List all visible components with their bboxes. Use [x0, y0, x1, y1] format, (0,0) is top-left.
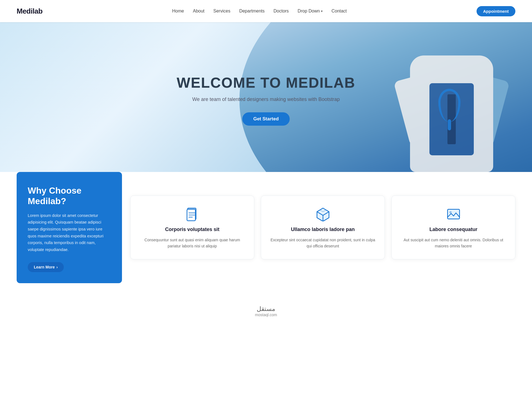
nav-link-departments[interactable]: Departments: [239, 9, 265, 13]
feature-2-title: Ullamco laboris ladore pan: [291, 226, 355, 233]
nav-link-contact[interactable]: Contact: [332, 9, 347, 13]
feature-1-description: Consequuntur sunt aut quasi enim aliquam…: [138, 237, 246, 249]
nav-item-home[interactable]: Home: [172, 9, 184, 14]
nav-item-contact[interactable]: Contact: [332, 9, 347, 14]
feature-3-title: Labore consequatur: [429, 226, 477, 233]
brand-logo[interactable]: Medilab: [17, 7, 42, 16]
get-started-button[interactable]: Get Started: [242, 112, 290, 126]
nav-links: Home About Services Departments Doctors …: [172, 9, 347, 14]
nav-link-home[interactable]: Home: [172, 9, 184, 13]
feature-2-description: Excepteur sint occaecat cupidatat non pr…: [269, 237, 377, 249]
nav-item-doctors[interactable]: Doctors: [273, 9, 289, 14]
hero-section: WELCOME TO MEDILAB We are team of talent…: [0, 22, 532, 178]
nav-link-about[interactable]: About: [193, 9, 205, 13]
why-choose-description: Lorem ipsum dolor sit amet consectetur a…: [28, 212, 111, 253]
feature-cards-container: Corporis voluptates sit Consequuntur sun…: [130, 172, 515, 283]
image-icon: [446, 207, 461, 221]
why-choose-heading: Why Choose Medilab?: [28, 185, 111, 207]
feature-card-3: Labore consequatur Aut suscipit aut cum …: [391, 196, 515, 259]
why-choose-content: Why Choose Medilab? Lorem ipsum dolor si…: [28, 185, 111, 262]
nav-item-departments[interactable]: Departments: [239, 9, 265, 14]
nav-dropdown[interactable]: Drop Down ▾: [298, 9, 323, 14]
svg-rect-12: [447, 209, 459, 219]
hero-title: WELCOME TO MEDILAB: [177, 74, 355, 91]
nav-link-dropdown[interactable]: Drop Down: [298, 9, 320, 14]
doctor-figure: [393, 28, 510, 172]
nav-link-services[interactable]: Services: [213, 9, 230, 13]
hero-subtitle: We are team of talented designers making…: [177, 97, 355, 102]
nav-link-doctors[interactable]: Doctors: [273, 9, 289, 13]
nav-item-dropdown[interactable]: Drop Down ▾: [298, 9, 323, 14]
chevron-down-icon: ▾: [321, 9, 323, 13]
why-choose-card: Why Choose Medilab? Lorem ipsum dolor si…: [17, 172, 122, 283]
arrow-right-icon: ›: [56, 265, 58, 269]
learn-more-label: Learn More: [34, 265, 55, 269]
cube-icon: [316, 207, 330, 221]
watermark-url: mostaql.com: [255, 313, 277, 317]
feature-1-title: Corporis voluptates sit: [165, 226, 219, 233]
nav-item-about[interactable]: About: [193, 9, 205, 14]
why-section: Why Choose Medilab? Lorem ipsum dolor si…: [0, 172, 532, 300]
feature-card-2: Ullamco laboris ladore pan Excepteur sin…: [261, 196, 385, 259]
watermark: مستقل mostaql.com: [0, 300, 532, 323]
navbar: Medilab Home About Services Departments …: [0, 0, 532, 22]
feature-3-description: Aut suscipit aut cum nemo deleniti aut o…: [399, 237, 507, 249]
svg-point-13: [449, 211, 452, 214]
document-icon: [185, 207, 200, 221]
watermark-arabic: مستقل: [6, 305, 526, 313]
appointment-button[interactable]: Appointment: [477, 6, 515, 16]
learn-more-button[interactable]: Learn More ›: [28, 262, 64, 272]
hero-content: WELCOME TO MEDILAB We are team of talent…: [177, 74, 355, 126]
feature-card-1: Corporis voluptates sit Consequuntur sun…: [130, 196, 254, 259]
nav-item-services[interactable]: Services: [213, 9, 230, 14]
